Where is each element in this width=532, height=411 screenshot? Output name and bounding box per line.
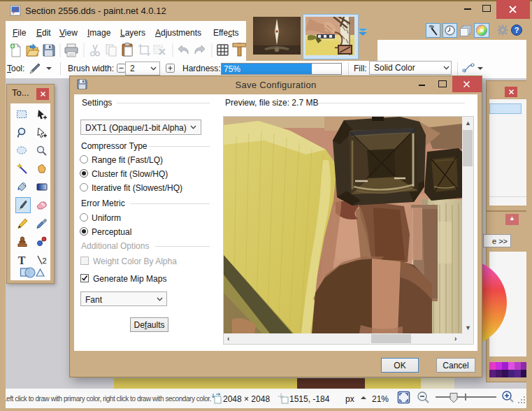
svg-text:2: 2: [42, 257, 46, 265]
svg-text:T: T: [18, 254, 26, 266]
svg-text:?: ?: [515, 26, 519, 34]
